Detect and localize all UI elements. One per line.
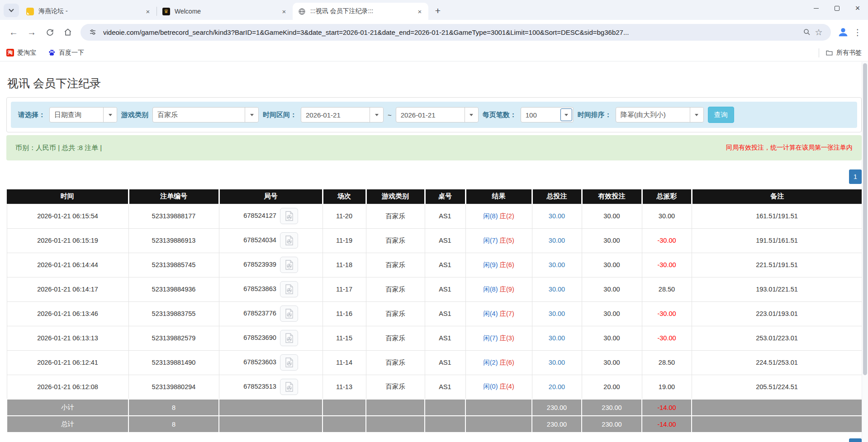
- new-tab-button[interactable]: +: [431, 4, 445, 18]
- tab-search-button[interactable]: [4, 4, 19, 17]
- cell-table-no: AS1: [425, 204, 465, 228]
- folder-icon: [825, 49, 833, 56]
- cell-valid-bet: 30.00: [582, 204, 642, 228]
- round-id-text: 678523513: [243, 383, 276, 390]
- cell-bet-id: 523139886913: [128, 228, 219, 253]
- cell-result: 闲(2) 庄(6): [465, 350, 532, 375]
- back-button[interactable]: ←: [6, 24, 21, 40]
- profile-avatar[interactable]: [836, 25, 850, 39]
- cell-total-bet[interactable]: 30.00: [532, 301, 582, 326]
- currency-summary: 币别：人民币 | 总共 :8 注单 |: [15, 144, 102, 152]
- close-icon[interactable]: ×: [144, 7, 152, 15]
- cell-total-bet[interactable]: 30.00: [532, 204, 582, 228]
- minimize-button[interactable]: [806, 0, 826, 16]
- sort-select[interactable]: 降幂(由大到小): [616, 107, 704, 122]
- cell-time: 2026-01-21 06:12:08: [7, 375, 128, 399]
- url-text[interactable]: videoie.com/game/betrecord_search/kind3?…: [103, 28, 801, 36]
- bookmark-taobao[interactable]: 淘 爱淘宝: [6, 49, 36, 57]
- cell-total-bet[interactable]: 20.00: [532, 375, 582, 399]
- pagination-bottom: 1: [6, 438, 862, 442]
- header-total-bet: 总投注: [532, 189, 582, 204]
- total-valid-bet: 230.00: [582, 416, 642, 433]
- header-time: 时间: [7, 189, 128, 204]
- close-icon[interactable]: ×: [280, 7, 288, 15]
- cell-note: 191.51/161.51: [692, 228, 862, 253]
- cell-valid-bet: 30.00: [582, 326, 642, 350]
- tab-welcome[interactable]: ♛ Welcome ×: [157, 3, 293, 20]
- video-replay-button[interactable]: [280, 330, 298, 346]
- date-end-input[interactable]: 2026-01-21: [396, 107, 479, 122]
- cell-note: 193.01/221.51: [692, 277, 862, 301]
- video-replay-button[interactable]: [280, 379, 298, 395]
- cell-table-no: AS1: [425, 350, 465, 375]
- cell-table-no: AS1: [425, 375, 465, 399]
- maximize-button[interactable]: [826, 0, 847, 16]
- cell-total-bet[interactable]: 30.00: [532, 228, 582, 253]
- zoom-icon[interactable]: [801, 28, 813, 36]
- game-kind-select[interactable]: 百家乐: [152, 107, 259, 122]
- scrollbar-thumb[interactable]: [863, 63, 867, 375]
- forward-button[interactable]: →: [24, 24, 39, 40]
- globe-icon: [298, 8, 306, 15]
- video-replay-button[interactable]: [280, 208, 298, 224]
- close-window-button[interactable]: ×: [847, 0, 868, 16]
- cell-result: 闲(4) 庄(7): [465, 301, 532, 326]
- cell-total-bet[interactable]: 30.00: [532, 326, 582, 350]
- result-player: 闲(2): [483, 359, 498, 366]
- cell-game-kind: 百家乐: [366, 204, 425, 228]
- cell-total-bet[interactable]: 30.00: [532, 253, 582, 277]
- page-scrollbar[interactable]: [862, 62, 868, 442]
- cell-note: 161.51/191.51: [692, 204, 862, 228]
- browser-menu-button[interactable]: ⋮: [852, 27, 863, 38]
- total-row: 总计 8 230.00 230.00 -14.00: [7, 416, 862, 433]
- address-bar[interactable]: videoie.com/game/betrecord_search/kind3?…: [81, 24, 831, 41]
- chevron-down-icon[interactable]: [245, 108, 258, 122]
- date-start-input[interactable]: 2026-01-21: [301, 107, 384, 122]
- baidu-paw-icon: [48, 49, 56, 56]
- tab-title: :::视讯 会员下注纪录:::: [310, 7, 413, 15]
- result-banker: 庄(3): [500, 334, 514, 342]
- page-number-button[interactable]: 1: [849, 169, 862, 184]
- home-button[interactable]: [60, 24, 76, 40]
- table-row: 2026-01-21 06:15:19 523139886913 6785240…: [7, 228, 862, 253]
- video-replay-button[interactable]: [280, 306, 298, 322]
- chevron-down-icon[interactable]: [103, 108, 117, 122]
- video-replay-button[interactable]: [280, 354, 298, 371]
- bookmark-baidu[interactable]: 百度一下: [48, 49, 84, 57]
- cell-result: 闲(7) 庄(5): [465, 228, 532, 253]
- video-replay-button[interactable]: [280, 281, 298, 297]
- chevron-down-icon[interactable]: [465, 108, 478, 122]
- site-info-icon[interactable]: [87, 28, 99, 36]
- cell-note: 205.51/224.51: [692, 375, 862, 399]
- cell-table-no: AS1: [425, 253, 465, 277]
- result-player: 闲(8): [483, 212, 498, 220]
- cell-total-bet[interactable]: 30.00: [532, 277, 582, 301]
- date-range-label: 时间区间：: [263, 111, 297, 119]
- tab-haiyan-forum[interactable]: 海燕论坛 - ×: [21, 3, 157, 20]
- browser-window: 海燕论坛 - × ♛ Welcome × :::视讯 会员下注纪录::: × +…: [0, 0, 868, 61]
- all-bookmarks-label[interactable]: 所有书签: [836, 49, 862, 57]
- per-page-select[interactable]: 100: [521, 107, 574, 122]
- reload-button[interactable]: [42, 24, 57, 40]
- date-separator: ~: [388, 111, 392, 119]
- close-icon[interactable]: ×: [416, 7, 424, 15]
- bookmark-star-icon[interactable]: ☆: [813, 27, 825, 38]
- chevron-down-icon[interactable]: [370, 108, 383, 122]
- cell-time: 2026-01-21 06:15:54: [7, 204, 128, 228]
- film-document-icon: [284, 259, 294, 270]
- chevron-down-icon[interactable]: [560, 108, 572, 121]
- video-replay-button[interactable]: [280, 257, 298, 273]
- search-button[interactable]: 查询: [708, 107, 734, 123]
- chevron-down-icon[interactable]: [690, 108, 703, 122]
- video-replay-button[interactable]: [280, 232, 298, 249]
- round-id-text: 678523939: [243, 261, 276, 268]
- bookmark-label: 百度一下: [59, 49, 84, 57]
- header-game-kind: 游戏类别: [366, 189, 425, 204]
- cell-total-bet[interactable]: 30.00: [532, 350, 582, 375]
- page-number-button[interactable]: 1: [849, 438, 862, 442]
- cell-game-kind: 百家乐: [366, 350, 425, 375]
- game-kind-value: 百家乐: [153, 111, 245, 119]
- table-row: 2026-01-21 06:14:44 523139885745 6785239…: [7, 253, 862, 277]
- tab-betrecord[interactable]: :::视讯 会员下注纪录::: ×: [293, 3, 428, 20]
- query-type-select[interactable]: 日期查询: [49, 107, 117, 122]
